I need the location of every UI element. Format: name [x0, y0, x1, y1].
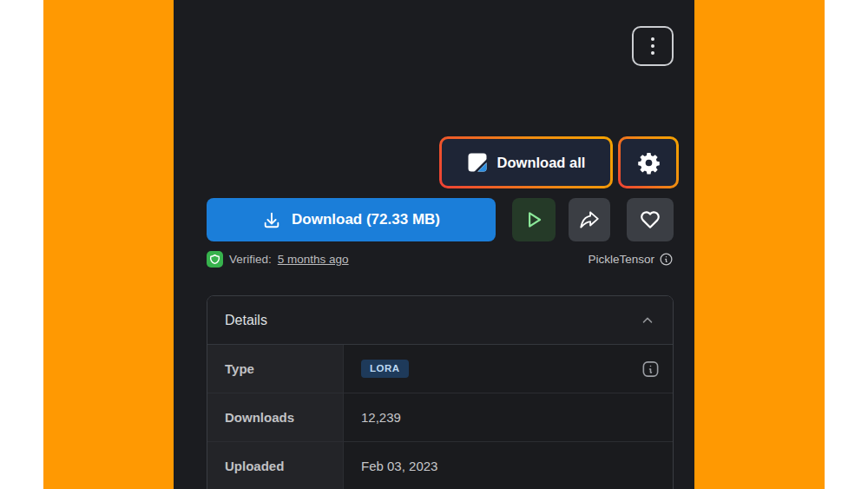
- row-label: Uploaded: [207, 442, 344, 489]
- favorite-button[interactable]: [627, 198, 674, 241]
- vault-icon: [467, 152, 488, 173]
- details-header[interactable]: Details: [207, 296, 673, 345]
- download-all-button[interactable]: Download all: [439, 136, 613, 188]
- row-value: 12,239: [344, 393, 673, 441]
- download-button[interactable]: Download (72.33 MB): [207, 198, 496, 241]
- row-value: Feb 03, 2023: [344, 442, 673, 489]
- details-card: Details Type LORA Down: [207, 295, 674, 489]
- info-square-icon[interactable]: [641, 359, 661, 379]
- shield-icon: [209, 254, 220, 265]
- download-label: Download (72.33 MB): [292, 211, 440, 228]
- file-format-label: PickleTensor: [588, 253, 654, 266]
- row-label: Type: [207, 345, 344, 393]
- orange-band-right: [694, 0, 825, 489]
- verified-label: Verified:: [229, 253, 272, 266]
- share-icon: [578, 208, 601, 231]
- more-options-button[interactable]: [632, 26, 674, 66]
- gear-icon: [637, 151, 661, 175]
- play-icon: [523, 208, 545, 231]
- details-title: Details: [225, 313, 267, 328]
- details-row-downloads: Downloads 12,239: [207, 393, 673, 442]
- info-circle-icon[interactable]: [659, 252, 674, 267]
- download-all-label: Download all: [497, 155, 586, 171]
- verified-badge: [207, 251, 223, 268]
- download-icon: [262, 210, 281, 229]
- type-badge: LORA: [361, 360, 409, 379]
- share-button[interactable]: [569, 198, 610, 241]
- model-panel: Download all Download (72.33 MB): [174, 0, 694, 489]
- details-row-uploaded: Uploaded Feb 03, 2023: [207, 442, 673, 489]
- row-label: Downloads: [207, 393, 344, 441]
- orange-band-left: [43, 0, 174, 489]
- verification-row: Verified: 5 months ago PickleTensor: [207, 249, 674, 268]
- chevron-up-icon: [640, 313, 655, 328]
- details-row-type: Type LORA: [207, 345, 673, 393]
- run-model-button[interactable]: [512, 198, 556, 241]
- settings-button[interactable]: [618, 136, 679, 188]
- kebab-menu-icon: [651, 37, 654, 41]
- verified-time-link[interactable]: 5 months ago: [278, 253, 349, 266]
- heart-icon: [639, 208, 661, 231]
